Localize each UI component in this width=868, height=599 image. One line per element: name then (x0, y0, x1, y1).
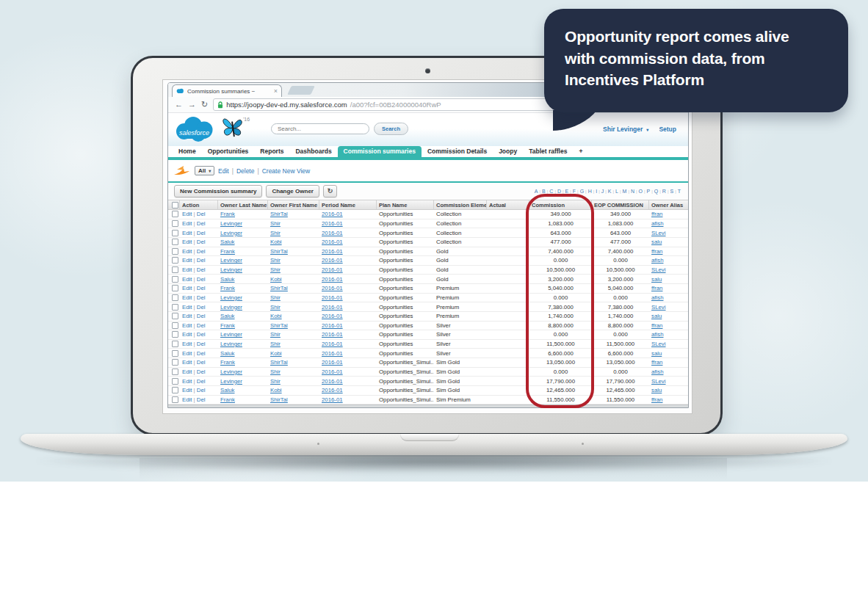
first-link[interactable]: ShirTal (270, 396, 288, 403)
alphabet-link-F[interactable]: F (573, 189, 576, 194)
row-checkbox[interactable] (172, 257, 178, 264)
edit-link[interactable]: Edit (182, 211, 192, 217)
del-link[interactable]: Del (197, 396, 206, 403)
edit-link[interactable]: Edit (182, 220, 192, 227)
del-link[interactable]: Del (197, 304, 206, 311)
alias-link[interactable]: SLevi (651, 266, 666, 273)
tab-commission-details[interactable]: Commission Details (422, 146, 493, 157)
period-link[interactable]: 2016-01 (322, 266, 343, 273)
last-link[interactable]: Frank (220, 396, 235, 403)
first-link[interactable]: Shir (270, 378, 281, 385)
del-link[interactable]: Del (197, 239, 206, 245)
alphabet-link-I[interactable]: I (596, 189, 597, 194)
first-link[interactable]: Kobi (270, 350, 282, 357)
del-link[interactable]: Del (197, 211, 206, 217)
edit-link[interactable]: Edit (182, 248, 192, 255)
first-link[interactable]: Shir (270, 230, 281, 236)
alias-link[interactable]: SLevi (651, 341, 666, 347)
last-link[interactable]: Frank (220, 211, 235, 217)
alphabet-link-S[interactable]: S (670, 189, 673, 194)
column-header-element[interactable]: Commission Eleme... (434, 200, 487, 209)
row-checkbox[interactable] (172, 294, 178, 301)
row-checkbox[interactable] (172, 341, 178, 347)
del-link[interactable]: Del (197, 294, 206, 301)
edit-view-link[interactable]: Edit (218, 167, 229, 175)
alphabet-link-Q[interactable]: Q (654, 189, 658, 194)
alias-link[interactable]: salu (651, 387, 662, 393)
del-link[interactable]: Del (197, 257, 206, 264)
edit-link[interactable]: Edit (182, 294, 192, 301)
alias-link[interactable]: SLevi (651, 304, 666, 311)
row-checkbox[interactable] (172, 322, 178, 329)
del-link[interactable]: Del (197, 313, 206, 319)
del-link[interactable]: Del (197, 359, 206, 366)
row-checkbox[interactable] (172, 313, 178, 319)
first-link[interactable]: Shir (270, 341, 281, 347)
period-link[interactable]: 2016-01 (322, 331, 343, 338)
edit-link[interactable]: Edit (182, 387, 192, 393)
tab-joopy[interactable]: Joopy (493, 146, 523, 157)
row-checkbox[interactable] (172, 211, 178, 217)
alias-link[interactable]: afish (651, 369, 663, 375)
edit-link[interactable]: Edit (182, 266, 192, 273)
tab-reports[interactable]: Reports (254, 146, 289, 157)
forward-icon[interactable]: → (188, 101, 196, 109)
period-link[interactable]: 2016-01 (322, 257, 343, 264)
alias-link[interactable]: ffran (651, 211, 662, 217)
back-icon[interactable]: ← (175, 101, 183, 109)
last-link[interactable]: Levinger (220, 331, 242, 338)
alphabet-link-L[interactable]: L (615, 189, 618, 194)
period-link[interactable]: 2016-01 (322, 350, 343, 357)
column-header-plan[interactable]: Plan Name (377, 200, 434, 209)
first-link[interactable]: ShirTal (270, 322, 288, 329)
del-link[interactable]: Del (197, 285, 206, 291)
new-tab-button[interactable] (287, 86, 315, 95)
alphabet-link-H[interactable]: H (588, 189, 592, 194)
edit-link[interactable]: Edit (182, 378, 192, 385)
last-link[interactable]: Levinger (220, 304, 242, 311)
last-link[interactable]: Frank (220, 248, 235, 255)
tab-commission-summaries[interactable]: Commission summaries (338, 146, 422, 157)
view-selector[interactable]: All ▾ (195, 166, 214, 175)
edit-link[interactable]: Edit (182, 322, 192, 329)
last-link[interactable]: Saluk (220, 313, 235, 319)
alias-link[interactable]: ffran (651, 322, 662, 329)
period-link[interactable]: 2016-01 (322, 304, 343, 311)
period-link[interactable]: 2016-01 (322, 276, 343, 283)
row-checkbox[interactable] (172, 266, 178, 273)
first-link[interactable]: ShirTal (270, 285, 288, 291)
alphabet-link-O[interactable]: O (639, 189, 643, 194)
first-link[interactable]: Shir (270, 304, 281, 311)
del-link[interactable]: Del (197, 266, 206, 273)
edit-link[interactable]: Edit (182, 359, 192, 366)
row-checkbox[interactable] (172, 359, 178, 366)
first-link[interactable]: Kobi (270, 313, 282, 319)
row-checkbox[interactable] (172, 304, 178, 311)
last-link[interactable]: Frank (220, 285, 235, 291)
edit-link[interactable]: Edit (182, 276, 192, 283)
row-checkbox[interactable] (172, 396, 178, 403)
column-header-eop[interactable]: EOP COMMISSION (592, 200, 649, 209)
last-link[interactable]: Levinger (220, 294, 242, 301)
first-link[interactable]: Shir (270, 294, 281, 301)
first-link[interactable]: Shir (270, 257, 281, 264)
row-checkbox[interactable] (172, 248, 178, 255)
last-link[interactable]: Levinger (220, 230, 242, 236)
alphabet-link-A[interactable]: A (535, 189, 538, 194)
alias-link[interactable]: ffran (651, 285, 662, 291)
period-link[interactable]: 2016-01 (322, 248, 343, 255)
reload-icon[interactable]: ↻ (201, 101, 208, 109)
edit-link[interactable]: Edit (182, 331, 192, 338)
edit-link[interactable]: Edit (182, 369, 192, 375)
alphabet-link-D[interactable]: D (557, 189, 561, 194)
row-checkbox[interactable] (172, 350, 178, 357)
period-link[interactable]: 2016-01 (322, 313, 343, 319)
alphabet-link-G[interactable]: G (580, 189, 584, 194)
setup-link[interactable]: Setup (659, 126, 676, 133)
tab-dashboards[interactable]: Dashboards (289, 146, 337, 157)
row-checkbox[interactable] (172, 276, 178, 283)
period-link[interactable]: 2016-01 (322, 322, 343, 329)
create-new-view-link[interactable]: Create New View (262, 167, 311, 175)
browser-tab[interactable]: Commission summaries ~ × (172, 84, 282, 97)
row-checkbox[interactable] (172, 285, 178, 291)
